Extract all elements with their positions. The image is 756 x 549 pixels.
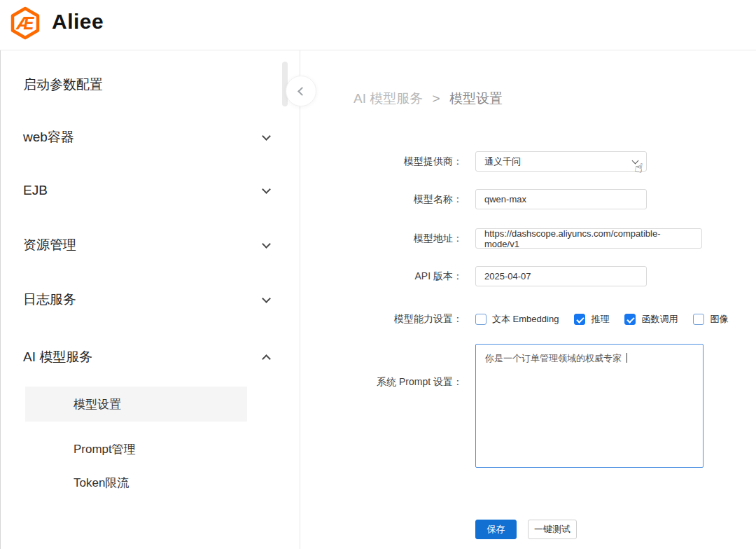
capabilities-group: 文本 Embedding 推理 函数调用 图像 — [475, 313, 728, 326]
form-row-provider: 模型提供商： 通义千问 — [301, 151, 647, 172]
form-row-api-version: API 版本： 2025-04-07 — [301, 266, 647, 286]
system-prompt-label: 系统 Prompt 设置： — [301, 344, 463, 389]
provider-label: 模型提供商： — [301, 155, 463, 168]
capability-reasoning[interactable]: 推理 — [574, 313, 609, 326]
svg-text:Æ: Æ — [15, 13, 35, 33]
sidebar-item-ai-model-service[interactable]: AI 模型服务 — [23, 348, 270, 366]
chevron-down-icon — [262, 132, 271, 141]
test-button[interactable]: 一键测试 — [528, 520, 577, 539]
system-prompt-value: 你是一个订单管理领域的权威专家 — [485, 353, 622, 363]
model-url-value: https://dashscope.aliyuncs.com/compatibl… — [484, 228, 693, 249]
sidebar-subitem-label: Token限流 — [74, 475, 129, 491]
sidebar-item-label: 资源管理 — [23, 236, 76, 254]
app-screen: Æ Aliee 启动参数配置 web容器 EJB 资源管理 日志服务 AI 模型… — [0, 0, 756, 549]
save-button[interactable]: 保存 — [475, 520, 517, 539]
checkbox-icon[interactable] — [693, 314, 704, 325]
sidebar-subitem-token-limit[interactable]: Token限流 — [74, 474, 129, 491]
sidebar-collapse-button[interactable] — [286, 76, 316, 106]
checkbox-icon[interactable] — [475, 314, 486, 325]
chevron-down-icon — [262, 185, 271, 194]
chevron-down-icon — [262, 294, 271, 303]
capability-image[interactable]: 图像 — [693, 313, 728, 326]
sidebar-item-label: AI 模型服务 — [23, 348, 92, 366]
form-row-model-name: 模型名称： qwen-max — [301, 189, 647, 209]
checkbox-icon[interactable] — [574, 314, 585, 325]
sidebar-item-log-service[interactable]: 日志服务 — [23, 291, 270, 309]
capability-function-call[interactable]: 函数调用 — [624, 313, 678, 326]
model-name-input[interactable]: qwen-max — [475, 189, 647, 209]
breadcrumb-parent[interactable]: AI 模型服务 — [354, 91, 423, 106]
hand-pointer-cursor-icon: ☝ — [634, 159, 644, 176]
sidebar-item-web-container[interactable]: web容器 — [23, 128, 270, 146]
main-content: AI 模型服务 > 模型设置 模型提供商： 通义千问 ☝ 模型名称： qwen-… — [301, 50, 756, 549]
provider-select[interactable]: 通义千问 — [475, 151, 647, 172]
chevron-left-icon — [298, 87, 307, 96]
capability-label: 文本 Embedding — [492, 313, 559, 326]
app-title: Aliee — [52, 10, 104, 34]
capability-label: 函数调用 — [641, 313, 678, 326]
text-caret — [626, 353, 627, 363]
breadcrumb: AI 模型服务 > 模型设置 — [354, 90, 503, 108]
checkbox-icon[interactable] — [624, 314, 636, 325]
sidebar-item-label: EJB — [23, 183, 48, 198]
capability-label: 推理 — [591, 313, 609, 326]
model-url-label: 模型地址： — [301, 232, 463, 245]
form-row-model-url: 模型地址： https://dashscope.aliyuncs.com/com… — [301, 228, 702, 249]
chevron-down-icon — [262, 239, 271, 249]
sidebar-item-label: web容器 — [23, 128, 74, 146]
provider-select-value: 通义千问 — [484, 155, 521, 168]
sidebar-nav: 启动参数配置 web容器 EJB 资源管理 日志服务 AI 模型服务 模型设置 … — [0, 50, 300, 549]
sidebar-item-resource-mgmt[interactable]: 资源管理 — [23, 236, 270, 254]
sidebar-subitem-model-settings[interactable]: 模型设置 — [25, 387, 247, 422]
sidebar-subitem-prompt-mgmt[interactable]: Prompt管理 — [74, 440, 136, 457]
capabilities-label: 模型能力设置： — [301, 313, 463, 326]
model-name-label: 模型名称： — [301, 193, 463, 206]
api-version-label: API 版本： — [301, 270, 463, 283]
form-row-capabilities: 模型能力设置： 文本 Embedding 推理 函数调用 图像 — [301, 312, 728, 326]
sidebar-item-label: 启动参数配置 — [23, 76, 103, 94]
sidebar-subitem-label: 模型设置 — [25, 396, 121, 412]
capability-text-embedding[interactable]: 文本 Embedding — [475, 313, 559, 326]
api-version-value: 2025-04-07 — [484, 271, 531, 282]
model-name-value: qwen-max — [484, 194, 526, 204]
capability-label: 图像 — [710, 313, 728, 326]
form-row-system-prompt: 系统 Prompt 设置： 你是一个订单管理领域的权威专家 — [301, 344, 704, 468]
sidebar-item-label: 日志服务 — [23, 291, 76, 309]
api-version-input[interactable]: 2025-04-07 — [475, 266, 647, 286]
model-url-input[interactable]: https://dashscope.aliyuncs.com/compatibl… — [475, 228, 702, 249]
sidebar-subitem-label: Prompt管理 — [74, 441, 136, 457]
app-header: Æ Aliee — [0, 0, 756, 50]
app-logo-icon: Æ — [8, 6, 42, 40]
sidebar-item-startup-params[interactable]: 启动参数配置 — [23, 76, 270, 94]
sidebar-item-ejb[interactable]: EJB — [23, 181, 270, 200]
chevron-up-icon — [262, 354, 271, 363]
form-actions: 保存 一键测试 — [475, 520, 577, 539]
breadcrumb-current: 模型设置 — [449, 91, 503, 106]
breadcrumb-separator: > — [427, 91, 446, 106]
system-prompt-textarea[interactable]: 你是一个订单管理领域的权威专家 — [475, 344, 704, 468]
